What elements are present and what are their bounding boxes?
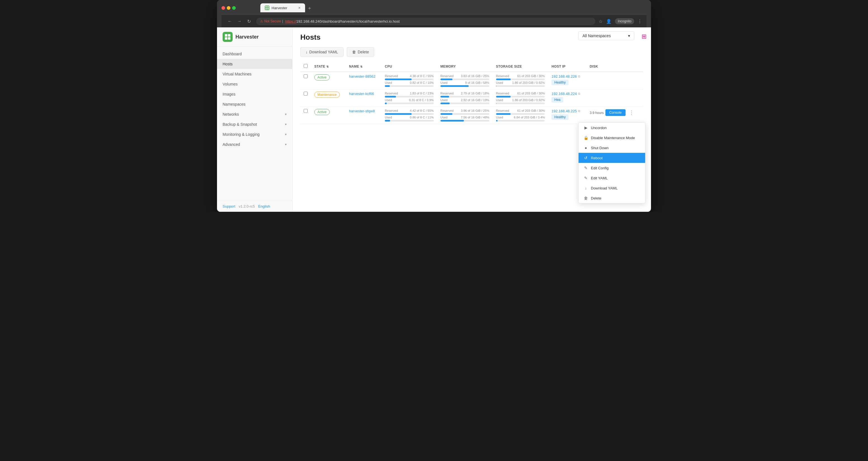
sidebar-item-images[interactable]: Images bbox=[217, 89, 292, 99]
active-tab[interactable]: Harvester × bbox=[260, 3, 305, 12]
ctx-uncordon[interactable]: ▶ Uncordon bbox=[579, 123, 645, 133]
warning-icon: ⚠ bbox=[260, 19, 263, 23]
host-link[interactable]: harvester-kcf66 bbox=[349, 92, 374, 96]
delete-button[interactable]: 🗑 Delete bbox=[347, 47, 374, 57]
sidebar-item-hosts[interactable]: Hosts bbox=[217, 59, 292, 69]
ctx-edit-config[interactable]: ✎ Edit Config bbox=[579, 163, 645, 173]
chevron-down-icon: ▾ bbox=[285, 142, 287, 146]
ip-link[interactable]: 192.168.48.224 bbox=[552, 92, 577, 96]
ctx-shutdown[interactable]: ● Shut Down bbox=[579, 143, 645, 153]
minimize-window-button[interactable] bbox=[227, 6, 230, 10]
sidebar-item-advanced[interactable]: Advanced ▾ bbox=[217, 139, 292, 150]
host-link[interactable]: harvester-88562 bbox=[349, 74, 376, 78]
sidebar-footer: Support v1.2.0-rc5 English bbox=[217, 201, 292, 212]
row-disk-cell: 3.9 hours Console ⋮ bbox=[586, 107, 643, 124]
back-button[interactable]: ← bbox=[226, 17, 234, 25]
edit-icon: ✎ bbox=[584, 166, 588, 170]
row-checkbox[interactable] bbox=[304, 92, 308, 96]
table-row: Active harvester-sfqw8 Reserved bbox=[300, 107, 643, 124]
version-label: v1.2.0-rc5 bbox=[239, 204, 255, 208]
health-badge: Hea bbox=[552, 97, 563, 102]
tab-favicon bbox=[265, 6, 269, 10]
stor-used-bar bbox=[496, 120, 545, 122]
col-state[interactable]: State ⇅ bbox=[311, 61, 346, 72]
close-window-button[interactable] bbox=[221, 6, 225, 10]
traffic-lights bbox=[221, 6, 236, 10]
svg-rect-1 bbox=[267, 6, 269, 7]
grid-view-icon[interactable]: ⊞ bbox=[642, 33, 647, 40]
download-yaml-button[interactable]: ↓ Download YAML bbox=[300, 47, 343, 57]
mem-used-bar bbox=[440, 120, 489, 122]
select-all-checkbox[interactable] bbox=[304, 64, 308, 68]
copy-icon[interactable]: ⧉ bbox=[578, 109, 580, 113]
ip-link[interactable]: 192.168.48.225 bbox=[552, 109, 577, 113]
new-tab-button[interactable]: + bbox=[306, 4, 313, 12]
status-badge: Maintenance bbox=[314, 92, 340, 98]
ctx-disable-maintenance[interactable]: 🔒 Disable Maintenance Mode bbox=[579, 133, 645, 143]
row-disk-cell bbox=[586, 90, 643, 107]
app-name: Harvester bbox=[236, 34, 259, 40]
row-storage-cell: Reserved 61 of 203 GiB / 30% Used 6.84 o… bbox=[493, 107, 548, 124]
chevron-down-icon: ▾ bbox=[285, 132, 287, 136]
copy-icon[interactable]: ⧉ bbox=[578, 92, 580, 96]
col-host-ip: Host IP bbox=[548, 61, 586, 72]
support-link[interactable]: Support bbox=[223, 204, 236, 208]
status-badge: Active bbox=[314, 109, 330, 115]
table-body: Active harvester-88562 Reserved bbox=[300, 72, 643, 124]
cpu-used-bar bbox=[385, 85, 434, 87]
row-storage-cell: Reserved 61 of 203 GiB / 30% Used 1.86 o… bbox=[493, 90, 548, 107]
sidebar-item-namespaces[interactable]: Namespaces bbox=[217, 99, 292, 109]
ctx-delete[interactable]: 🗑 Delete bbox=[579, 193, 645, 203]
col-name[interactable]: Name ⇅ bbox=[346, 61, 381, 72]
row-storage-cell: Reserved 61 of 203 GiB / 30% Used 1.86 o… bbox=[493, 72, 548, 90]
row-disk-cell bbox=[586, 72, 643, 90]
row-checkbox[interactable] bbox=[304, 74, 308, 78]
row-memory-cell: Reserved 2.79 of 16 GiB / 18% Used 2.92 … bbox=[437, 90, 493, 107]
forward-button[interactable]: → bbox=[236, 17, 243, 25]
profile-button[interactable]: 👤 bbox=[606, 19, 612, 24]
svg-rect-0 bbox=[266, 6, 267, 7]
not-secure-label: Not Secure bbox=[264, 19, 281, 23]
namespace-label: All Namespaces bbox=[583, 34, 611, 38]
status-badge: Active bbox=[314, 74, 330, 80]
ctx-download-yaml[interactable]: ↓ Download YAML bbox=[579, 183, 645, 193]
copy-icon[interactable]: ⧉ bbox=[578, 75, 580, 78]
maximize-window-button[interactable] bbox=[232, 6, 236, 10]
tab-close-button[interactable]: × bbox=[299, 6, 301, 10]
nav-buttons: ← → ↻ bbox=[226, 17, 253, 25]
context-menu: ▶ Uncordon 🔒 Disable Maintenance Mode ● … bbox=[578, 122, 645, 203]
row-state-cell: Active bbox=[311, 107, 346, 124]
ctx-reboot[interactable]: ↺ Reboot bbox=[579, 153, 645, 163]
trash-icon: 🗑 bbox=[352, 50, 356, 54]
namespace-selector[interactable]: All Namespaces ▾ bbox=[578, 31, 634, 40]
sidebar-item-backup[interactable]: Backup & Snapshot ▾ bbox=[217, 119, 292, 129]
ctx-edit-yaml[interactable]: ✎ Edit YAML bbox=[579, 173, 645, 183]
sidebar-item-monitoring[interactable]: Monitoring & Logging ▾ bbox=[217, 129, 292, 139]
refresh-button[interactable]: ↻ bbox=[245, 17, 253, 25]
download-icon: ↓ bbox=[306, 50, 308, 54]
sidebar-item-virtual-machines[interactable]: Virtual Machines bbox=[217, 69, 292, 79]
ip-link[interactable]: 192.168.48.226 bbox=[552, 74, 577, 78]
cpu-reserved-fill bbox=[385, 78, 412, 80]
separator: | bbox=[282, 19, 283, 23]
page-title: Hosts bbox=[300, 33, 320, 42]
sidebar-item-dashboard[interactable]: Dashboard bbox=[217, 49, 292, 59]
address-bar[interactable]: ⚠ Not Secure | https://192.168.48.240/da… bbox=[256, 18, 595, 25]
chevron-down-icon: ▾ bbox=[285, 122, 287, 126]
chevron-down-icon: ▾ bbox=[285, 112, 287, 116]
bookmark-button[interactable]: ☆ bbox=[599, 19, 602, 24]
cpu-reserved-val: 4.38 of 8 C / 55% bbox=[410, 74, 434, 78]
sidebar-item-volumes[interactable]: Volumes bbox=[217, 79, 292, 89]
more-options-button[interactable]: ⋮ bbox=[638, 19, 642, 24]
main-content: All Namespaces ▾ ⊞ Hosts ↓ Download YAML… bbox=[292, 27, 651, 212]
language-link[interactable]: English bbox=[258, 204, 270, 208]
mem-used-bar bbox=[440, 85, 489, 87]
console-button[interactable]: Console bbox=[606, 109, 625, 116]
host-link[interactable]: harvester-sfqw8 bbox=[349, 109, 375, 113]
sidebar-item-networks[interactable]: Networks ▾ bbox=[217, 109, 292, 119]
stor-used-bar bbox=[496, 102, 545, 104]
more-actions-button[interactable]: ⋮ bbox=[627, 109, 636, 116]
row-checkbox-cell bbox=[300, 90, 311, 107]
row-checkbox[interactable] bbox=[304, 109, 308, 113]
table-header: State ⇅ Name ⇅ CPU MEMORY Storage Size H… bbox=[300, 61, 643, 72]
